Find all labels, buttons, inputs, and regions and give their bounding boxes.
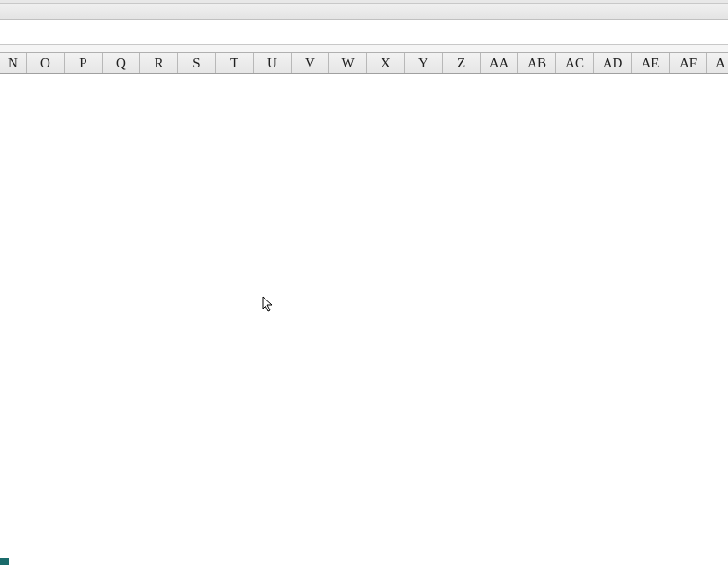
column-header-O[interactable]: O	[27, 53, 65, 73]
column-header-V[interactable]: V	[292, 53, 329, 73]
column-headers-row: N O P Q R S T U V W X Y Z AA AB AC AD AE…	[0, 52, 728, 74]
column-header-partial[interactable]: A	[707, 53, 728, 73]
column-header-U[interactable]: U	[254, 53, 292, 73]
column-header-Q[interactable]: Q	[103, 53, 140, 73]
column-header-AA[interactable]: AA	[481, 53, 518, 73]
column-header-Z[interactable]: Z	[443, 53, 481, 73]
column-header-AC[interactable]: AC	[556, 53, 594, 73]
column-header-AF[interactable]: AF	[670, 53, 707, 73]
toolbar-area	[0, 4, 728, 20]
spacer	[0, 45, 728, 52]
column-header-R[interactable]: R	[140, 53, 178, 73]
column-header-P[interactable]: P	[65, 53, 103, 73]
column-header-AB[interactable]: AB	[518, 53, 556, 73]
column-header-S[interactable]: S	[178, 53, 216, 73]
column-header-AD[interactable]: AD	[594, 53, 632, 73]
column-header-N[interactable]: N	[0, 53, 27, 73]
column-header-W[interactable]: W	[329, 53, 367, 73]
spreadsheet-grid[interactable]	[0, 74, 728, 560]
column-header-X[interactable]: X	[367, 53, 405, 73]
column-header-AE[interactable]: AE	[632, 53, 670, 73]
column-header-Y[interactable]: Y	[405, 53, 443, 73]
column-header-T[interactable]: T	[216, 53, 254, 73]
sheet-tab-indicator[interactable]	[0, 558, 9, 565]
formula-bar[interactable]	[0, 20, 728, 45]
